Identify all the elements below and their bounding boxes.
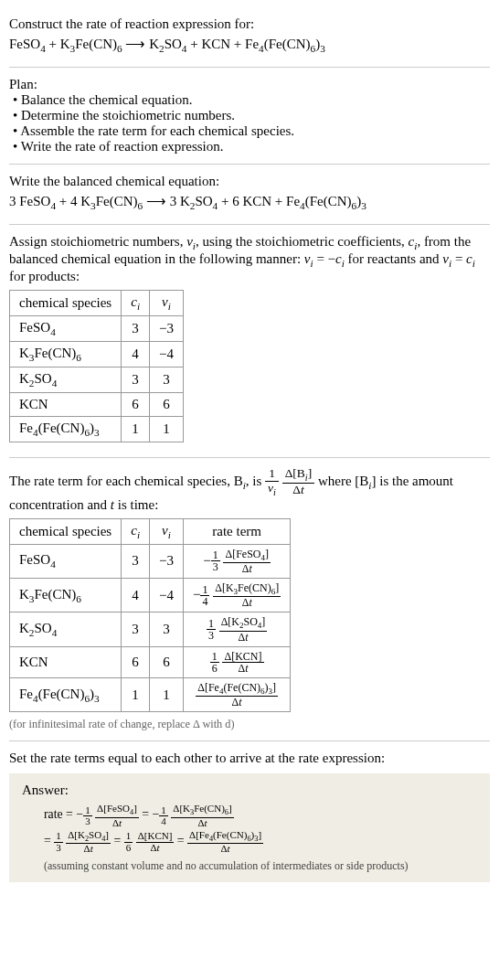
table-header: νi — [150, 291, 184, 316]
unbalanced-equation: FeSO4 + K3Fe(CN)6 ⟶ K2SO4 + KCN + Fe4(Fe… — [9, 36, 490, 54]
final-title: Set the rate terms equal to each other t… — [9, 751, 490, 766]
table-header: chemical species — [10, 518, 122, 544]
table-row: K3Fe(CN)64−4 — [10, 342, 184, 368]
table-row: Fe4(Fe(CN)6)311 — [10, 417, 184, 442]
stoich-section: Assign stoichiometric numbers, νi, using… — [9, 225, 490, 458]
stoich-intro: Assign stoichiometric numbers, νi, using… — [9, 234, 490, 284]
balanced-section: Write the balanced chemical equation: 3 … — [9, 165, 490, 225]
header-section: Construct the rate of reaction expressio… — [9, 7, 490, 68]
assumption-note: (assuming constant volume and no accumul… — [44, 859, 477, 873]
table-row: Fe4(Fe(CN)6)311Δ[Fe4(Fe(CN)6)3]Δt — [10, 677, 291, 711]
plan-item: Determine the stoichiometric numbers. — [13, 108, 490, 123]
table-header: rate term — [183, 518, 290, 544]
final-section: Set the rate terms equal to each other t… — [9, 741, 490, 882]
rate-line-1: rate = −13 Δ[FeSO4]Δt = −14 Δ[K3Fe(CN)6]… — [44, 804, 477, 828]
table-header: νi — [150, 518, 184, 544]
table-row: KCN6616 Δ[KCN]Δt — [10, 646, 291, 677]
table-header: chemical species — [10, 291, 122, 316]
plan-item: Write the rate of reaction expression. — [13, 139, 490, 154]
plan-title: Plan: — [9, 77, 490, 92]
rateterm-table: chemical speciesciνirate term FeSO43−3−1… — [9, 518, 291, 713]
rate-line-2: = 13 Δ[K2SO4]Δt = 16 Δ[KCN]Δt = Δ[Fe4(Fe… — [44, 830, 477, 855]
one-over-nu: 1νi — [265, 467, 279, 497]
answer-box: Answer: rate = −13 Δ[FeSO4]Δt = −14 Δ[K3… — [9, 773, 490, 882]
table-row: KCN66 — [10, 393, 184, 417]
plan-item: Assemble the rate term for each chemical… — [13, 123, 490, 139]
rateterm-note: (for infinitesimal rate of change, repla… — [9, 718, 490, 731]
balanced-equation: 3 FeSO4 + 4 K3Fe(CN)6 ⟶ 3 K2SO4 + 6 KCN … — [9, 193, 490, 211]
stoich-table: chemical speciesciνi FeSO43−3K3Fe(CN)64−… — [9, 290, 184, 442]
prompt-text: Construct the rate of reaction expressio… — [9, 16, 490, 32]
table-row: K2SO433 — [10, 368, 184, 393]
table-header: ci — [122, 291, 150, 316]
rateterm-intro: The rate term for each chemical species,… — [9, 467, 490, 513]
table-header: ci — [122, 518, 150, 544]
answer-inner: rate = −13 Δ[FeSO4]Δt = −14 Δ[K3Fe(CN)6]… — [22, 804, 477, 873]
table-row: K3Fe(CN)64−4−14 Δ[K3Fe(CN)6]Δt — [10, 579, 291, 612]
plan-list: Balance the chemical equation.Determine … — [9, 92, 490, 154]
table-row: FeSO43−3 — [10, 316, 184, 342]
plan-item: Balance the chemical equation. — [13, 92, 490, 108]
plan-section: Plan: Balance the chemical equation.Dete… — [9, 68, 490, 165]
dbi-dt: Δ[Bi]Δt — [282, 467, 315, 497]
answer-label: Answer: — [22, 783, 477, 798]
rateterm-section: The rate term for each chemical species,… — [9, 458, 490, 741]
table-row: K2SO43313 Δ[K2SO4]Δt — [10, 612, 291, 646]
table-row: FeSO43−3−13 Δ[FeSO4]Δt — [10, 544, 291, 578]
balanced-title: Write the balanced chemical equation: — [9, 174, 490, 189]
